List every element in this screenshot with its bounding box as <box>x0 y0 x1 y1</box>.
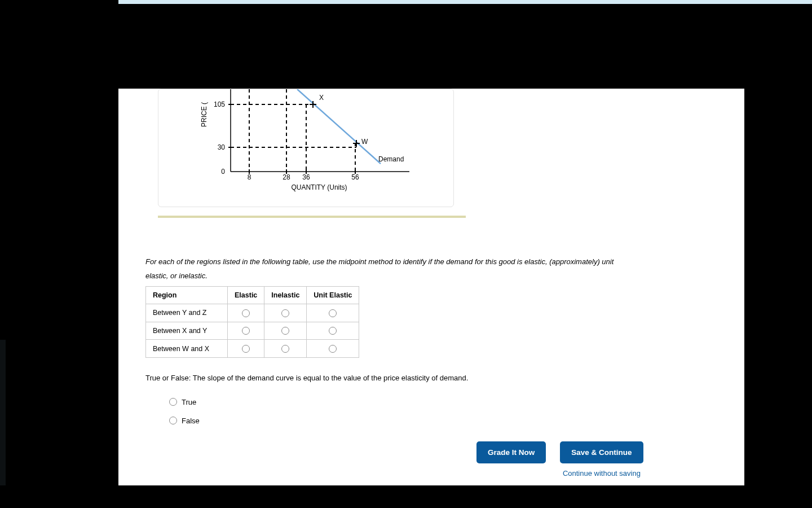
row-1-inelastic-radio[interactable] <box>281 327 289 335</box>
row-2-elastic-radio[interactable] <box>242 345 250 353</box>
content-card: 105 30 0 8 28 36 56 X W Demand QUANTITY … <box>118 89 744 485</box>
chart-underline <box>158 216 466 218</box>
th-region: Region <box>146 287 228 304</box>
row-1-elastic-radio[interactable] <box>242 327 250 335</box>
row-0-region: Between Y and Z <box>146 304 228 322</box>
x-label-36: 36 <box>302 173 310 181</box>
point-w-marker <box>353 140 360 147</box>
demand-line <box>297 89 381 164</box>
row-2-unit-radio[interactable] <box>329 345 337 353</box>
tf-true-option[interactable]: True <box>169 393 200 412</box>
tf-false-option[interactable]: False <box>169 412 200 431</box>
demand-chart: 105 30 0 8 28 36 56 X W Demand QUANTITY … <box>158 89 454 207</box>
row-1-unit-radio[interactable] <box>329 327 337 335</box>
th-inelastic: Inelastic <box>264 287 307 304</box>
table-row: Between Y and Z <box>146 304 359 322</box>
row-2-region: Between W and X <box>146 340 228 358</box>
th-unit-elastic: Unit Elastic <box>307 287 359 304</box>
question-prompt: For each of the regions listed in the fo… <box>145 255 636 283</box>
row-0-inelastic-radio[interactable] <box>281 309 289 317</box>
point-label-w: W <box>361 138 368 146</box>
left-black-region <box>0 4 118 508</box>
th-elastic: Elastic <box>228 287 264 304</box>
tf-options: True False <box>169 393 200 430</box>
table-row: Between W and X <box>146 340 359 358</box>
demand-label: Demand <box>378 155 404 163</box>
y-axis-title: PRICE ( <box>200 102 208 127</box>
elasticity-table: Region Elastic Inelastic Unit Elastic Be… <box>145 286 359 358</box>
x-label-8: 8 <box>248 173 251 181</box>
tf-false-radio[interactable] <box>169 417 177 424</box>
x-label-56: 56 <box>351 173 359 181</box>
tf-true-label: True <box>182 398 196 406</box>
x-axis-title: QUANTITY (Units) <box>291 183 347 191</box>
tf-prompt: True or False: The slope of the demand c… <box>145 374 468 382</box>
tf-true-radio[interactable] <box>169 398 177 406</box>
table-row: Between X and Y <box>146 322 359 340</box>
right-black-region <box>744 4 812 508</box>
save-continue-button[interactable]: Save & Continue <box>560 441 643 463</box>
save-column: Save & Continue Continue without saving <box>560 441 643 478</box>
row-0-unit-radio[interactable] <box>329 309 337 317</box>
action-buttons: Grade It Now Save & Continue Continue wi… <box>476 441 643 478</box>
row-1-region: Between X and Y <box>146 322 228 340</box>
tf-false-label: False <box>182 417 200 425</box>
sidebar-accent <box>0 340 6 485</box>
y-label-30: 30 <box>218 143 226 151</box>
point-label-x: X <box>319 94 324 102</box>
top-black-region <box>118 4 812 89</box>
y-label-105: 105 <box>214 100 225 108</box>
demand-chart-svg: 105 30 0 8 28 36 56 X W Demand QUANTITY … <box>158 89 453 207</box>
continue-without-saving-link[interactable]: Continue without saving <box>563 467 641 478</box>
grade-button[interactable]: Grade It Now <box>476 441 546 463</box>
x-label-28: 28 <box>283 173 290 181</box>
origin-label: 0 <box>221 168 225 176</box>
row-0-elastic-radio[interactable] <box>242 309 250 317</box>
row-2-inelastic-radio[interactable] <box>281 345 289 353</box>
